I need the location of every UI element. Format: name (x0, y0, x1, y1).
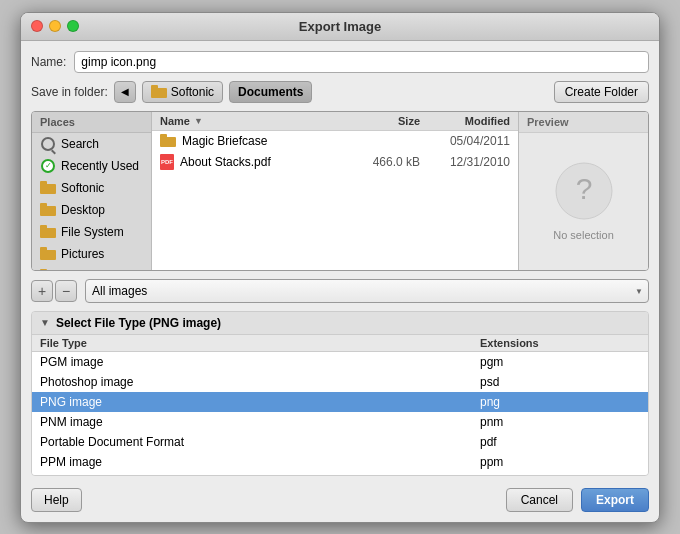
list-item[interactable]: Raw image data (32, 472, 648, 475)
list-item[interactable]: PGM image pgm (32, 352, 648, 372)
file-type-header: ▼ Select File Type (PNG image) (32, 312, 648, 335)
name-label: Name: (31, 55, 66, 69)
table-row[interactable]: PDF About Stacks.pdf 466.0 kB 12/31/2010 (152, 151, 518, 173)
file-type-section: ▼ Select File Type (PNG image) File Type… (31, 311, 649, 476)
sidebar-item-file-system[interactable]: File System (32, 221, 151, 243)
sidebar-item-documents[interactable]: Documents (32, 265, 151, 270)
file-type-header-label: Select File Type (PNG image) (56, 316, 221, 330)
col-header-name: Name ▼ (152, 115, 358, 127)
list-item[interactable]: Photoshop image psd (32, 372, 648, 392)
col-header-file-type: File Type (40, 337, 480, 349)
file-name-label: Magic Briefcase (182, 134, 267, 148)
list-item[interactable]: PNM image pnm (32, 412, 648, 432)
preview-placeholder-icon: ? (554, 161, 614, 221)
add-button[interactable]: + (31, 280, 53, 302)
folder-icon-softonic (40, 180, 56, 196)
file-name-label: About Stacks.pdf (180, 155, 271, 169)
footer: Help Cancel Export (31, 484, 649, 512)
sidebar-item-desktop[interactable]: Desktop (32, 199, 151, 221)
sidebar-item-softonic-label: Softonic (61, 181, 104, 195)
file-modified-cell: 12/31/2010 (428, 155, 518, 169)
list-item-selected[interactable]: PNG image png (32, 392, 648, 412)
preview-content: ? No selection (519, 133, 648, 270)
file-name-cell: Magic Briefcase (152, 134, 358, 148)
preview-panel: Preview ? No selection (518, 112, 648, 270)
file-size-cell: 466.0 kB (358, 155, 428, 169)
folder-icon-documents (40, 268, 56, 270)
folder-icon (151, 85, 167, 98)
export-button[interactable]: Export (581, 488, 649, 512)
sidebar-item-pictures-label: Pictures (61, 247, 104, 261)
breadcrumb-documents-label: Documents (238, 85, 303, 99)
sidebar-item-search[interactable]: Search (32, 133, 151, 155)
recently-used-icon: ✓ (40, 158, 56, 174)
breadcrumb-softonic-label: Softonic (171, 85, 214, 99)
filter-select-wrapper: All images (85, 279, 649, 303)
footer-right: Cancel Export (506, 488, 649, 512)
file-type-table: File Type Extensions PGM image pgm Photo… (32, 335, 648, 475)
name-input[interactable] (74, 51, 649, 73)
file-modified-cell: 05/04/2011 (428, 134, 518, 148)
list-item[interactable]: PPM image ppm (32, 452, 648, 472)
window-title: Export Image (299, 19, 381, 34)
traffic-lights (31, 20, 79, 32)
table-row[interactable]: Magic Briefcase 05/04/2011 (152, 131, 518, 151)
file-type-name: Portable Document Format (40, 435, 480, 449)
file-name-cell: PDF About Stacks.pdf (152, 154, 358, 170)
nav-back-button[interactable]: ◀ (114, 81, 136, 103)
sidebar-item-softonic[interactable]: Softonic (32, 177, 151, 199)
breadcrumb-softonic[interactable]: Softonic (142, 81, 223, 103)
file-type-ext: png (480, 395, 640, 409)
sidebar-item-search-label: Search (61, 137, 99, 151)
search-icon (40, 136, 56, 152)
add-remove-buttons: + − (31, 280, 77, 302)
remove-button[interactable]: − (55, 280, 77, 302)
main-area: Places Search ✓ Recently Used (31, 111, 649, 271)
filter-select[interactable]: All images (85, 279, 649, 303)
folder-icon-filesystem (40, 224, 56, 240)
file-type-name: PGM image (40, 355, 480, 369)
file-type-ext: pgm (480, 355, 640, 369)
folder-icon (160, 134, 176, 147)
list-item[interactable]: Portable Document Format pdf (32, 432, 648, 452)
files-header: Name ▼ Size Modified (152, 112, 518, 131)
bottom-bar: + − All images (31, 279, 649, 303)
sidebar-item-filesystem-label: File System (61, 225, 124, 239)
svg-text:?: ? (575, 172, 592, 205)
file-type-name: Photoshop image (40, 375, 480, 389)
title-bar: Export Image (21, 13, 659, 41)
create-folder-button[interactable]: Create Folder (554, 81, 649, 103)
file-type-name: PNM image (40, 415, 480, 429)
col-header-extensions: Extensions (480, 337, 640, 349)
folder-icon-pictures (40, 246, 56, 262)
close-button[interactable] (31, 20, 43, 32)
export-image-window: Export Image Name: Save in folder: ◀ Sof… (20, 12, 660, 523)
sidebar-item-recently-used-label: Recently Used (61, 159, 139, 173)
sort-arrow: ▼ (194, 116, 203, 126)
folder-icon-desktop (40, 202, 56, 218)
file-type-ext: psd (480, 375, 640, 389)
breadcrumb-documents[interactable]: Documents (229, 81, 312, 103)
maximize-button[interactable] (67, 20, 79, 32)
file-type-col-header: File Type Extensions (32, 335, 648, 352)
no-selection-text: No selection (553, 229, 614, 241)
save-in-label: Save in folder: (31, 85, 108, 99)
file-type-name: PNG image (40, 395, 480, 409)
minimize-button[interactable] (49, 20, 61, 32)
places-panel: Places Search ✓ Recently Used (32, 112, 152, 270)
help-button[interactable]: Help (31, 488, 82, 512)
sidebar-item-desktop-label: Desktop (61, 203, 105, 217)
places-header: Places (32, 112, 151, 133)
file-type-ext: pdf (480, 435, 640, 449)
cancel-button[interactable]: Cancel (506, 488, 573, 512)
sidebar-item-recently-used[interactable]: ✓ Recently Used (32, 155, 151, 177)
files-panel: Name ▼ Size Modified Magic Briefcase 05/… (152, 112, 518, 270)
file-type-ext: pnm (480, 415, 640, 429)
col-header-modified: Modified (428, 115, 518, 127)
triangle-icon: ▼ (40, 317, 50, 328)
file-type-ext: ppm (480, 455, 640, 469)
name-row: Name: (31, 51, 649, 73)
sidebar-item-pictures[interactable]: Pictures (32, 243, 151, 265)
save-in-row: Save in folder: ◀ Softonic Documents Cre… (31, 81, 649, 103)
pdf-icon: PDF (160, 154, 174, 170)
